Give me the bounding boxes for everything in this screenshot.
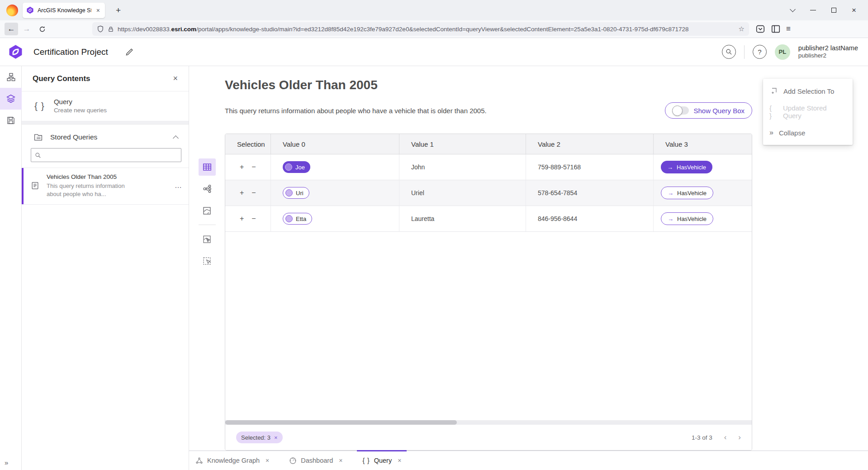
item-options-icon[interactable]: … <box>175 182 182 190</box>
add-to-selection-icon[interactable]: + <box>240 189 244 197</box>
map-view-button[interactable] <box>199 202 216 219</box>
search-icon <box>726 48 732 55</box>
maximize-icon[interactable] <box>831 8 836 13</box>
braces-icon: { } <box>34 101 45 111</box>
table-row[interactable]: + − Joe John 759-889-57168 →HasVehicle <box>225 154 752 180</box>
column-header-value1[interactable]: Value 1 <box>399 134 526 154</box>
reload-button[interactable] <box>35 23 49 35</box>
search-button[interactable] <box>722 45 736 59</box>
tracking-shield-icon[interactable] <box>97 25 104 33</box>
entity-chip[interactable]: Uri <box>283 187 309 199</box>
user-identity[interactable]: publisher2 lastName publisher2 <box>798 44 858 60</box>
tab-query[interactable]: { } Query × <box>360 451 403 470</box>
toggle-switch[interactable] <box>673 106 689 115</box>
cell-value2[interactable]: 759-889-57168 <box>526 154 654 180</box>
browser-window: ArcGIS Knowledge Studio × + × ← → <box>0 0 868 470</box>
minimize-icon[interactable] <box>810 10 816 10</box>
result-description: This query returns information about peo… <box>225 107 487 115</box>
tab-close-icon[interactable]: × <box>266 457 269 464</box>
menu-icon[interactable]: ≡ <box>786 24 791 34</box>
relationship-chip[interactable]: →HasVehicle <box>661 161 712 173</box>
column-header-value0[interactable]: Value 0 <box>271 134 399 154</box>
browser-toolbar: ← → https://dev0028833.esri.com/portal/a… <box>0 20 868 38</box>
collapse-section-icon[interactable] <box>173 135 179 141</box>
window-close-icon[interactable]: × <box>852 6 856 15</box>
table-empty-area <box>225 232 752 420</box>
rail-item-project-tree[interactable] <box>0 66 22 88</box>
tab-dashboard[interactable]: Dashboard × <box>287 451 344 470</box>
tab-close-icon[interactable]: × <box>398 457 401 464</box>
menu-item-label: Add Selection To <box>783 87 834 95</box>
relationship-arrow-icon: → <box>668 190 674 197</box>
link-chart-view-button[interactable] <box>199 180 216 197</box>
stored-queries-search[interactable] <box>31 148 181 162</box>
link-chart-icon <box>202 184 212 194</box>
add-to-selection-icon[interactable]: + <box>240 163 244 171</box>
user-avatar[interactable]: PL <box>775 44 790 60</box>
lock-icon[interactable] <box>108 26 114 33</box>
double-chevron-icon: » <box>769 129 773 137</box>
back-button[interactable]: ← <box>5 23 18 35</box>
browser-tab[interactable]: ArcGIS Knowledge Studio × <box>23 3 105 18</box>
stored-queries-header[interactable]: Stored Queries <box>22 125 189 147</box>
add-to-selection-icon[interactable]: + <box>240 215 244 222</box>
select-on-map-button[interactable] <box>199 230 216 248</box>
rail-item-save[interactable] <box>0 110 22 131</box>
show-query-box-toggle[interactable]: Show Query Box <box>665 102 752 119</box>
tab-close-icon[interactable]: × <box>95 7 101 14</box>
column-header-selection[interactable]: Selection <box>225 134 271 154</box>
menu-item-add-selection-to[interactable]: Add Selection To <box>763 81 853 101</box>
sidebars-icon[interactable] <box>771 24 781 34</box>
entity-chip[interactable]: Joe <box>283 161 310 173</box>
tab-knowledge-graph[interactable]: Knowledge Graph × <box>194 451 271 470</box>
rail-item-contents[interactable] <box>0 88 22 110</box>
url-text: https://dev0028833.esri.com/portal/apps/… <box>118 26 735 33</box>
edit-pencil-icon[interactable] <box>125 48 134 56</box>
help-button[interactable]: ? <box>753 45 767 59</box>
bookmark-star-icon[interactable]: ☆ <box>739 25 745 33</box>
query-contents-panel: Query Contents × { } Query Create new qu… <box>22 66 189 470</box>
forward-button[interactable]: → <box>20 23 33 35</box>
panel-close-icon[interactable]: × <box>173 74 178 83</box>
table-row[interactable]: + − Uri Uriel 578-654-7854 →HasVehicle <box>225 180 752 206</box>
entity-chip[interactable]: Etta <box>283 213 312 225</box>
selected-count-chip[interactable]: Selected: 3 × <box>236 432 283 443</box>
pocket-icon[interactable] <box>755 24 765 34</box>
cell-value2[interactable]: 846-956-8644 <box>526 206 654 231</box>
url-bar[interactable]: https://dev0028833.esri.com/portal/apps/… <box>92 22 749 36</box>
cell-value1[interactable]: Uriel <box>399 180 526 206</box>
panel-section-divider <box>22 121 189 125</box>
new-query-item[interactable]: { } Query Create new queries <box>22 91 189 121</box>
previous-page-icon[interactable]: ‹ <box>724 433 727 442</box>
search-input[interactable] <box>44 152 177 158</box>
braces-icon: { } <box>769 104 777 120</box>
horizontal-scrollbar[interactable] <box>225 420 752 425</box>
expand-rail-icon[interactable]: » <box>5 459 7 466</box>
table-row[interactable]: + − Etta Lauretta 846-956-8644 →HasVehic… <box>225 206 752 232</box>
firefox-icon[interactable] <box>6 5 18 16</box>
new-tab-button[interactable]: + <box>112 5 124 16</box>
menu-item-collapse[interactable]: » Collapse <box>763 122 853 143</box>
cell-value1[interactable]: Lauretta <box>399 206 526 231</box>
cell-value1[interactable]: John <box>399 154 526 180</box>
cell-value2[interactable]: 578-654-7854 <box>526 180 654 206</box>
scrollbar-thumb[interactable] <box>225 420 457 425</box>
table-view-button[interactable] <box>199 158 216 176</box>
remove-from-selection-icon[interactable]: − <box>251 215 256 222</box>
next-page-icon[interactable]: › <box>738 433 741 442</box>
column-header-value3[interactable]: Value 3 <box>654 134 752 154</box>
remove-from-selection-icon[interactable]: − <box>251 189 256 197</box>
remove-from-selection-icon[interactable]: − <box>251 163 256 171</box>
column-header-value2[interactable]: Value 2 <box>526 134 654 154</box>
menu-item-update-stored-query[interactable]: { } Update Stored Query <box>763 101 853 122</box>
list-tabs-icon[interactable] <box>790 6 796 12</box>
relationship-chip[interactable]: →HasVehicle <box>661 187 713 199</box>
clear-selection-icon[interactable]: × <box>274 434 278 441</box>
tab-close-icon[interactable]: × <box>339 457 342 464</box>
box-select-button[interactable] <box>199 252 216 269</box>
save-icon <box>6 116 15 125</box>
tab-label: Dashboard <box>301 457 333 464</box>
stored-query-item[interactable]: Vehicles Older Than 2005 This query retu… <box>22 168 189 205</box>
relationship-chip[interactable]: →HasVehicle <box>661 212 713 225</box>
tab-title: ArcGIS Knowledge Studio <box>38 7 91 14</box>
